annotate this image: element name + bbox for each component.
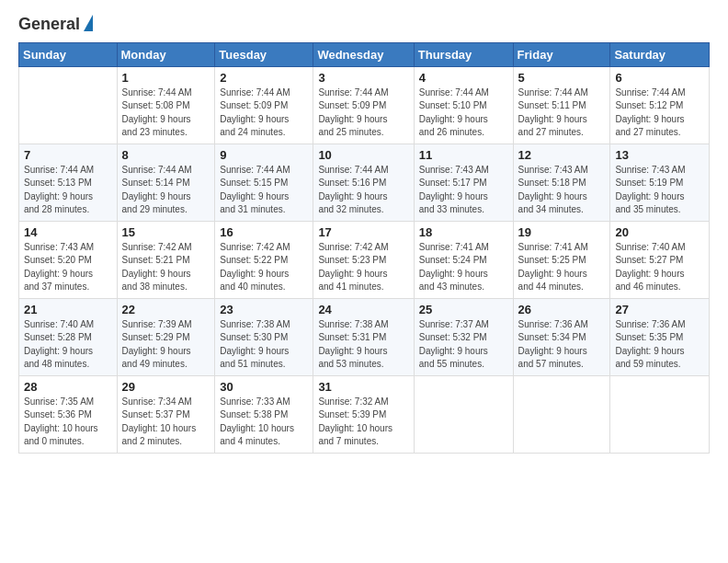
calendar-cell: 15Sunrise: 7:42 AM Sunset: 5:21 PM Dayli… xyxy=(117,221,215,298)
day-number: 17 xyxy=(318,225,408,239)
day-number: 26 xyxy=(518,303,606,316)
calendar-cell: 27Sunrise: 7:36 AM Sunset: 5:35 PM Dayli… xyxy=(610,298,710,375)
calendar-cell: 10Sunrise: 7:44 AM Sunset: 5:16 PM Dayli… xyxy=(313,144,414,221)
calendar-cell: 7Sunrise: 7:44 AM Sunset: 5:13 PM Daylig… xyxy=(19,144,118,221)
day-number: 27 xyxy=(615,303,704,316)
day-number: 8 xyxy=(122,148,210,162)
day-info: Sunrise: 7:41 AM Sunset: 5:24 PM Dayligh… xyxy=(419,241,508,294)
day-number: 13 xyxy=(615,148,704,162)
logo-triangle-icon xyxy=(84,15,93,31)
day-info: Sunrise: 7:40 AM Sunset: 5:28 PM Dayligh… xyxy=(24,318,112,372)
calendar-cell: 16Sunrise: 7:42 AM Sunset: 5:22 PM Dayli… xyxy=(215,221,313,298)
weekday-thursday: Thursday xyxy=(414,42,513,66)
weekday-wednesday: Wednesday xyxy=(313,42,414,66)
day-number: 2 xyxy=(220,71,308,85)
day-info: Sunrise: 7:44 AM Sunset: 5:15 PM Dayligh… xyxy=(220,164,308,217)
day-info: Sunrise: 7:44 AM Sunset: 5:10 PM Dayligh… xyxy=(419,86,508,140)
day-number: 21 xyxy=(24,303,112,316)
day-info: Sunrise: 7:39 AM Sunset: 5:29 PM Dayligh… xyxy=(122,318,210,372)
day-number: 29 xyxy=(122,380,210,394)
day-info: Sunrise: 7:44 AM Sunset: 5:14 PM Dayligh… xyxy=(122,164,210,217)
day-number: 31 xyxy=(318,380,408,394)
day-info: Sunrise: 7:34 AM Sunset: 5:37 PM Dayligh… xyxy=(122,396,210,449)
page: General SundayMondayTuesdayWednesdayThur… xyxy=(0,0,728,463)
logo: General xyxy=(18,15,93,33)
weekday-tuesday: Tuesday xyxy=(215,42,313,66)
day-info: Sunrise: 7:44 AM Sunset: 5:11 PM Dayligh… xyxy=(518,86,606,140)
day-info: Sunrise: 7:35 AM Sunset: 5:36 PM Dayligh… xyxy=(24,396,112,449)
calendar-cell: 28Sunrise: 7:35 AM Sunset: 5:36 PM Dayli… xyxy=(19,375,118,453)
day-info: Sunrise: 7:37 AM Sunset: 5:32 PM Dayligh… xyxy=(419,318,508,372)
calendar-cell: 13Sunrise: 7:43 AM Sunset: 5:19 PM Dayli… xyxy=(610,144,710,221)
calendar-cell: 3Sunrise: 7:44 AM Sunset: 5:09 PM Daylig… xyxy=(313,66,414,144)
calendar: SundayMondayTuesdayWednesdayThursdayFrid… xyxy=(18,42,710,454)
calendar-cell: 24Sunrise: 7:38 AM Sunset: 5:31 PM Dayli… xyxy=(313,298,414,375)
calendar-cell xyxy=(513,375,610,453)
calendar-cell: 29Sunrise: 7:34 AM Sunset: 5:37 PM Dayli… xyxy=(117,375,215,453)
calendar-cell: 30Sunrise: 7:33 AM Sunset: 5:38 PM Dayli… xyxy=(215,375,313,453)
calendar-cell: 4Sunrise: 7:44 AM Sunset: 5:10 PM Daylig… xyxy=(414,66,513,144)
calendar-cell: 21Sunrise: 7:40 AM Sunset: 5:28 PM Dayli… xyxy=(19,298,118,375)
day-info: Sunrise: 7:38 AM Sunset: 5:31 PM Dayligh… xyxy=(318,318,408,372)
calendar-cell: 9Sunrise: 7:44 AM Sunset: 5:15 PM Daylig… xyxy=(215,144,313,221)
day-info: Sunrise: 7:44 AM Sunset: 5:08 PM Dayligh… xyxy=(122,86,210,140)
day-number: 25 xyxy=(419,303,508,316)
calendar-cell: 25Sunrise: 7:37 AM Sunset: 5:32 PM Dayli… xyxy=(414,298,513,375)
day-number: 3 xyxy=(318,71,408,85)
calendar-cell: 14Sunrise: 7:43 AM Sunset: 5:20 PM Dayli… xyxy=(19,221,118,298)
calendar-cell: 12Sunrise: 7:43 AM Sunset: 5:18 PM Dayli… xyxy=(513,144,610,221)
day-number: 10 xyxy=(318,148,408,162)
day-number: 20 xyxy=(615,225,704,239)
week-row-3: 21Sunrise: 7:40 AM Sunset: 5:28 PM Dayli… xyxy=(19,298,710,375)
day-number: 4 xyxy=(419,71,508,85)
week-row-0: 1Sunrise: 7:44 AM Sunset: 5:08 PM Daylig… xyxy=(19,66,710,144)
calendar-cell: 2Sunrise: 7:44 AM Sunset: 5:09 PM Daylig… xyxy=(215,66,313,144)
day-info: Sunrise: 7:43 AM Sunset: 5:20 PM Dayligh… xyxy=(24,241,112,294)
calendar-cell: 11Sunrise: 7:43 AM Sunset: 5:17 PM Dayli… xyxy=(414,144,513,221)
day-info: Sunrise: 7:44 AM Sunset: 5:16 PM Dayligh… xyxy=(318,164,408,217)
day-info: Sunrise: 7:44 AM Sunset: 5:13 PM Dayligh… xyxy=(24,164,112,217)
calendar-cell: 6Sunrise: 7:44 AM Sunset: 5:12 PM Daylig… xyxy=(610,66,710,144)
day-number: 12 xyxy=(518,148,606,162)
calendar-cell xyxy=(19,66,118,144)
day-number: 22 xyxy=(122,303,210,316)
header: General xyxy=(18,15,710,33)
calendar-cell: 22Sunrise: 7:39 AM Sunset: 5:29 PM Dayli… xyxy=(117,298,215,375)
calendar-cell: 8Sunrise: 7:44 AM Sunset: 5:14 PM Daylig… xyxy=(117,144,215,221)
day-number: 5 xyxy=(518,71,606,85)
weekday-monday: Monday xyxy=(117,42,215,66)
weekday-sunday: Sunday xyxy=(19,42,118,66)
calendar-cell: 26Sunrise: 7:36 AM Sunset: 5:34 PM Dayli… xyxy=(513,298,610,375)
day-number: 14 xyxy=(24,225,112,239)
calendar-cell: 20Sunrise: 7:40 AM Sunset: 5:27 PM Dayli… xyxy=(610,221,710,298)
calendar-cell: 1Sunrise: 7:44 AM Sunset: 5:08 PM Daylig… xyxy=(117,66,215,144)
calendar-cell: 31Sunrise: 7:32 AM Sunset: 5:39 PM Dayli… xyxy=(313,375,414,453)
day-info: Sunrise: 7:32 AM Sunset: 5:39 PM Dayligh… xyxy=(318,396,408,449)
day-info: Sunrise: 7:43 AM Sunset: 5:19 PM Dayligh… xyxy=(615,164,704,217)
calendar-cell xyxy=(414,375,513,453)
day-info: Sunrise: 7:43 AM Sunset: 5:17 PM Dayligh… xyxy=(419,164,508,217)
calendar-cell: 17Sunrise: 7:42 AM Sunset: 5:23 PM Dayli… xyxy=(313,221,414,298)
calendar-cell: 19Sunrise: 7:41 AM Sunset: 5:25 PM Dayli… xyxy=(513,221,610,298)
day-info: Sunrise: 7:44 AM Sunset: 5:09 PM Dayligh… xyxy=(220,86,308,140)
day-info: Sunrise: 7:33 AM Sunset: 5:38 PM Dayligh… xyxy=(220,396,308,449)
day-info: Sunrise: 7:44 AM Sunset: 5:12 PM Dayligh… xyxy=(615,86,704,140)
weekday-row: SundayMondayTuesdayWednesdayThursdayFrid… xyxy=(19,42,710,66)
weekday-saturday: Saturday xyxy=(610,42,710,66)
day-number: 9 xyxy=(220,148,308,162)
day-number: 1 xyxy=(122,71,210,85)
day-number: 7 xyxy=(24,148,112,162)
day-info: Sunrise: 7:36 AM Sunset: 5:35 PM Dayligh… xyxy=(615,318,704,372)
day-number: 24 xyxy=(318,303,408,316)
week-row-1: 7Sunrise: 7:44 AM Sunset: 5:13 PM Daylig… xyxy=(19,144,710,221)
calendar-cell: 18Sunrise: 7:41 AM Sunset: 5:24 PM Dayli… xyxy=(414,221,513,298)
day-number: 28 xyxy=(24,380,112,394)
weekday-friday: Friday xyxy=(513,42,610,66)
calendar-body: 1Sunrise: 7:44 AM Sunset: 5:08 PM Daylig… xyxy=(19,66,710,453)
week-row-4: 28Sunrise: 7:35 AM Sunset: 5:36 PM Dayli… xyxy=(19,375,710,453)
day-number: 6 xyxy=(615,71,704,85)
day-info: Sunrise: 7:43 AM Sunset: 5:18 PM Dayligh… xyxy=(518,164,606,217)
day-info: Sunrise: 7:44 AM Sunset: 5:09 PM Dayligh… xyxy=(318,86,408,140)
calendar-cell: 23Sunrise: 7:38 AM Sunset: 5:30 PM Dayli… xyxy=(215,298,313,375)
calendar-cell xyxy=(610,375,710,453)
